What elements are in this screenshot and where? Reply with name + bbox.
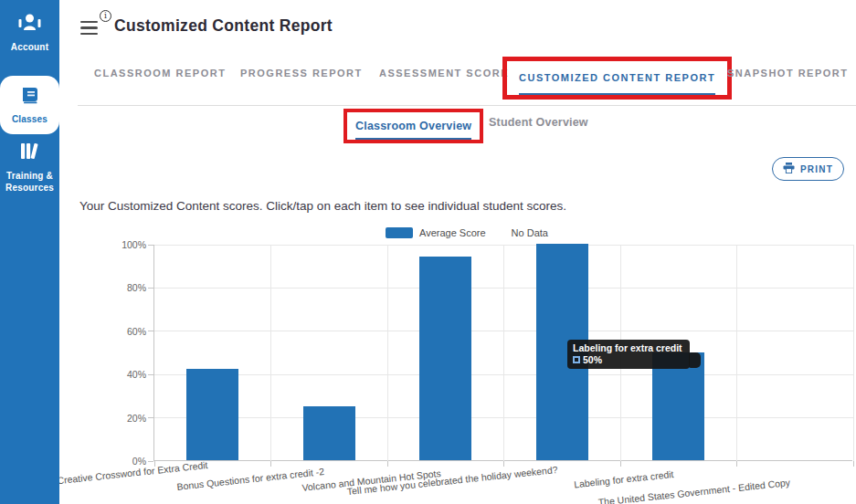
y-axis-label: 0% xyxy=(94,456,146,467)
page-title: Customized Content Report xyxy=(114,16,333,36)
y-axis-label: 20% xyxy=(94,413,146,424)
annotation-box-active-subtab: Classroom Overview xyxy=(343,109,483,143)
y-axis-tick xyxy=(148,417,153,418)
x-axis-tick xyxy=(387,461,388,467)
tab-classroom-report[interactable]: CLASSROOM REPORT xyxy=(94,68,226,79)
gridline xyxy=(736,245,737,461)
legend-swatch-blue xyxy=(386,227,413,238)
y-axis-tick xyxy=(148,288,153,289)
tooltip-series-swatch-icon xyxy=(573,356,580,363)
tooltip-title: Labeling for extra credit xyxy=(573,342,682,353)
bar[interactable] xyxy=(186,369,238,460)
chart-tooltip: Labeling for extra credit 50% xyxy=(567,340,690,369)
annotation-box-active-tab: CUSTOMIZED CONTENT REPORT xyxy=(502,57,732,100)
sidebar-item-label: Training & Resources xyxy=(0,171,59,194)
info-icon[interactable]: i xyxy=(100,10,111,22)
tabs-divider xyxy=(78,105,856,106)
chart-description: Your Customized Content scores. Click/ta… xyxy=(79,199,566,213)
bar-chart-plot-area: Labeling for extra credit 50% 0%20%40%60… xyxy=(153,245,852,461)
subtab-classroom-overview[interactable]: Classroom Overview xyxy=(355,120,471,140)
bar[interactable] xyxy=(303,406,355,460)
tab-snapshot-report[interactable]: SNAPSHOT REPORT xyxy=(727,68,849,79)
gridline xyxy=(503,245,504,461)
sidebar-item-label: Account xyxy=(11,42,48,54)
sidebar-item-training-resources[interactable]: Training & Resources xyxy=(0,141,59,194)
x-axis-tick xyxy=(503,461,504,467)
tab-progress-report[interactable]: PROGRESS REPORT xyxy=(240,68,363,79)
legend-item-average-score[interactable]: Average Score xyxy=(386,227,486,238)
y-axis-tick xyxy=(148,374,153,375)
print-button[interactable]: PRINT xyxy=(772,157,844,181)
book-icon xyxy=(18,85,41,110)
sidebar-item-account[interactable]: Account xyxy=(0,11,59,54)
legend-label: Average Score xyxy=(419,227,486,238)
bar[interactable] xyxy=(419,257,471,460)
chart-legend: Average Score No Data xyxy=(386,227,548,238)
sidebar-item-classes[interactable]: Classes xyxy=(0,76,59,134)
x-axis-tick xyxy=(853,461,854,467)
sidebar: Account Classes xyxy=(0,0,59,504)
y-axis-label: 40% xyxy=(94,369,146,380)
gridline xyxy=(853,245,854,461)
y-axis-tick xyxy=(148,331,153,331)
tab-assessment-score[interactable]: ASSESSMENT SCORE xyxy=(379,68,509,79)
account-icon xyxy=(17,11,42,37)
subtab-student-overview[interactable]: Student Overview xyxy=(489,116,588,129)
tab-customized-content-report[interactable]: CUSTOMIZED CONTENT REPORT xyxy=(519,72,715,95)
printer-icon xyxy=(783,161,795,177)
x-axis-tick xyxy=(736,461,737,467)
tooltip-value: 50% xyxy=(583,354,602,365)
sidebar-item-label: Classes xyxy=(12,114,48,126)
y-axis-label: 80% xyxy=(94,282,146,293)
legend-item-no-data[interactable]: No Data xyxy=(512,227,548,238)
x-axis-tick xyxy=(620,461,621,467)
y-axis-label: 100% xyxy=(94,239,146,250)
y-axis-tick xyxy=(148,461,153,462)
y-axis-tick xyxy=(148,245,153,246)
y-axis-label: 60% xyxy=(94,326,146,337)
x-axis-tick xyxy=(270,461,271,467)
gridline xyxy=(387,245,388,461)
legend-label: No Data xyxy=(512,227,548,238)
gridline xyxy=(270,245,271,461)
app-window: Account Classes xyxy=(0,0,856,504)
hamburger-menu-icon[interactable] xyxy=(80,21,98,35)
x-axis-category-label: Labeling for extra credit xyxy=(574,468,674,489)
print-button-label: PRINT xyxy=(800,164,833,174)
books-shelf-icon xyxy=(18,141,42,166)
main-content: i Customized Content Report CLASSROOM RE… xyxy=(59,0,856,504)
